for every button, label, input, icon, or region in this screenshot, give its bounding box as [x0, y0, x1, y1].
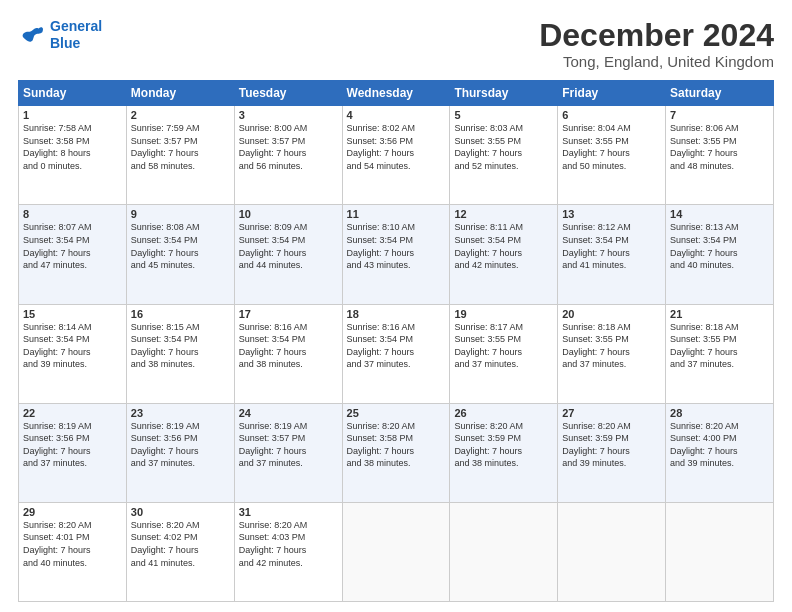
day-info: Sunrise: 8:17 AMSunset: 3:55 PMDaylight:… [454, 321, 553, 371]
table-row: 14Sunrise: 8:13 AMSunset: 3:54 PMDayligh… [666, 205, 774, 304]
day-info: Sunrise: 8:19 AMSunset: 3:57 PMDaylight:… [239, 420, 338, 470]
col-monday: Monday [126, 81, 234, 106]
month-title: December 2024 [539, 18, 774, 53]
day-number: 19 [454, 308, 553, 320]
day-number: 30 [131, 506, 230, 518]
day-number: 3 [239, 109, 338, 121]
day-info: Sunrise: 8:04 AMSunset: 3:55 PMDaylight:… [562, 122, 661, 172]
table-row [666, 502, 774, 601]
day-info: Sunrise: 7:59 AMSunset: 3:57 PMDaylight:… [131, 122, 230, 172]
table-row: 27Sunrise: 8:20 AMSunset: 3:59 PMDayligh… [558, 403, 666, 502]
logo-bird-icon [18, 21, 46, 49]
table-row: 25Sunrise: 8:20 AMSunset: 3:58 PMDayligh… [342, 403, 450, 502]
day-number: 1 [23, 109, 122, 121]
day-info: Sunrise: 7:58 AMSunset: 3:58 PMDaylight:… [23, 122, 122, 172]
day-number: 22 [23, 407, 122, 419]
calendar-week-row: 15Sunrise: 8:14 AMSunset: 3:54 PMDayligh… [19, 304, 774, 403]
col-sunday: Sunday [19, 81, 127, 106]
day-number: 4 [347, 109, 446, 121]
table-row: 23Sunrise: 8:19 AMSunset: 3:56 PMDayligh… [126, 403, 234, 502]
day-number: 26 [454, 407, 553, 419]
day-number: 16 [131, 308, 230, 320]
col-wednesday: Wednesday [342, 81, 450, 106]
day-info: Sunrise: 8:15 AMSunset: 3:54 PMDaylight:… [131, 321, 230, 371]
table-row: 18Sunrise: 8:16 AMSunset: 3:54 PMDayligh… [342, 304, 450, 403]
table-row: 29Sunrise: 8:20 AMSunset: 4:01 PMDayligh… [19, 502, 127, 601]
day-number: 18 [347, 308, 446, 320]
col-thursday: Thursday [450, 81, 558, 106]
day-info: Sunrise: 8:20 AMSunset: 3:59 PMDaylight:… [562, 420, 661, 470]
table-row: 21Sunrise: 8:18 AMSunset: 3:55 PMDayligh… [666, 304, 774, 403]
table-row: 24Sunrise: 8:19 AMSunset: 3:57 PMDayligh… [234, 403, 342, 502]
location-title: Tong, England, United Kingdom [539, 53, 774, 70]
table-row: 11Sunrise: 8:10 AMSunset: 3:54 PMDayligh… [342, 205, 450, 304]
day-number: 7 [670, 109, 769, 121]
logo-line2: Blue [50, 35, 80, 51]
table-row: 7Sunrise: 8:06 AMSunset: 3:55 PMDaylight… [666, 106, 774, 205]
table-row: 8Sunrise: 8:07 AMSunset: 3:54 PMDaylight… [19, 205, 127, 304]
table-row: 15Sunrise: 8:14 AMSunset: 3:54 PMDayligh… [19, 304, 127, 403]
table-row: 4Sunrise: 8:02 AMSunset: 3:56 PMDaylight… [342, 106, 450, 205]
logo-line1: General [50, 18, 102, 34]
calendar-table: Sunday Monday Tuesday Wednesday Thursday… [18, 80, 774, 602]
table-row: 26Sunrise: 8:20 AMSunset: 3:59 PMDayligh… [450, 403, 558, 502]
table-row: 5Sunrise: 8:03 AMSunset: 3:55 PMDaylight… [450, 106, 558, 205]
day-number: 10 [239, 208, 338, 220]
day-number: 12 [454, 208, 553, 220]
day-info: Sunrise: 8:06 AMSunset: 3:55 PMDaylight:… [670, 122, 769, 172]
table-row: 13Sunrise: 8:12 AMSunset: 3:54 PMDayligh… [558, 205, 666, 304]
title-block: December 2024 Tong, England, United King… [539, 18, 774, 70]
day-number: 5 [454, 109, 553, 121]
day-number: 31 [239, 506, 338, 518]
calendar-week-row: 1Sunrise: 7:58 AMSunset: 3:58 PMDaylight… [19, 106, 774, 205]
col-friday: Friday [558, 81, 666, 106]
day-info: Sunrise: 8:18 AMSunset: 3:55 PMDaylight:… [670, 321, 769, 371]
day-info: Sunrise: 8:18 AMSunset: 3:55 PMDaylight:… [562, 321, 661, 371]
table-row: 28Sunrise: 8:20 AMSunset: 4:00 PMDayligh… [666, 403, 774, 502]
day-info: Sunrise: 8:02 AMSunset: 3:56 PMDaylight:… [347, 122, 446, 172]
day-info: Sunrise: 8:20 AMSunset: 3:58 PMDaylight:… [347, 420, 446, 470]
day-info: Sunrise: 8:20 AMSunset: 4:03 PMDaylight:… [239, 519, 338, 569]
logo: General Blue [18, 18, 102, 52]
table-row: 17Sunrise: 8:16 AMSunset: 3:54 PMDayligh… [234, 304, 342, 403]
table-row: 16Sunrise: 8:15 AMSunset: 3:54 PMDayligh… [126, 304, 234, 403]
day-number: 2 [131, 109, 230, 121]
day-number: 25 [347, 407, 446, 419]
table-row: 19Sunrise: 8:17 AMSunset: 3:55 PMDayligh… [450, 304, 558, 403]
day-number: 13 [562, 208, 661, 220]
table-row [342, 502, 450, 601]
day-number: 8 [23, 208, 122, 220]
table-row: 1Sunrise: 7:58 AMSunset: 3:58 PMDaylight… [19, 106, 127, 205]
day-number: 11 [347, 208, 446, 220]
day-info: Sunrise: 8:20 AMSunset: 4:00 PMDaylight:… [670, 420, 769, 470]
day-number: 29 [23, 506, 122, 518]
calendar-week-row: 22Sunrise: 8:19 AMSunset: 3:56 PMDayligh… [19, 403, 774, 502]
day-number: 9 [131, 208, 230, 220]
day-info: Sunrise: 8:20 AMSunset: 4:01 PMDaylight:… [23, 519, 122, 569]
day-info: Sunrise: 8:16 AMSunset: 3:54 PMDaylight:… [347, 321, 446, 371]
table-row: 2Sunrise: 7:59 AMSunset: 3:57 PMDaylight… [126, 106, 234, 205]
table-row: 30Sunrise: 8:20 AMSunset: 4:02 PMDayligh… [126, 502, 234, 601]
day-info: Sunrise: 8:10 AMSunset: 3:54 PMDaylight:… [347, 221, 446, 271]
header: General Blue December 2024 Tong, England… [18, 18, 774, 70]
col-saturday: Saturday [666, 81, 774, 106]
day-info: Sunrise: 8:09 AMSunset: 3:54 PMDaylight:… [239, 221, 338, 271]
calendar-header-row: Sunday Monday Tuesday Wednesday Thursday… [19, 81, 774, 106]
calendar-week-row: 29Sunrise: 8:20 AMSunset: 4:01 PMDayligh… [19, 502, 774, 601]
day-number: 6 [562, 109, 661, 121]
table-row: 22Sunrise: 8:19 AMSunset: 3:56 PMDayligh… [19, 403, 127, 502]
table-row [450, 502, 558, 601]
day-info: Sunrise: 8:20 AMSunset: 4:02 PMDaylight:… [131, 519, 230, 569]
table-row: 9Sunrise: 8:08 AMSunset: 3:54 PMDaylight… [126, 205, 234, 304]
day-number: 27 [562, 407, 661, 419]
day-info: Sunrise: 8:00 AMSunset: 3:57 PMDaylight:… [239, 122, 338, 172]
day-number: 24 [239, 407, 338, 419]
day-info: Sunrise: 8:08 AMSunset: 3:54 PMDaylight:… [131, 221, 230, 271]
day-info: Sunrise: 8:16 AMSunset: 3:54 PMDaylight:… [239, 321, 338, 371]
table-row: 12Sunrise: 8:11 AMSunset: 3:54 PMDayligh… [450, 205, 558, 304]
day-number: 14 [670, 208, 769, 220]
logo-text: General Blue [50, 18, 102, 52]
day-info: Sunrise: 8:19 AMSunset: 3:56 PMDaylight:… [131, 420, 230, 470]
day-info: Sunrise: 8:19 AMSunset: 3:56 PMDaylight:… [23, 420, 122, 470]
day-number: 28 [670, 407, 769, 419]
